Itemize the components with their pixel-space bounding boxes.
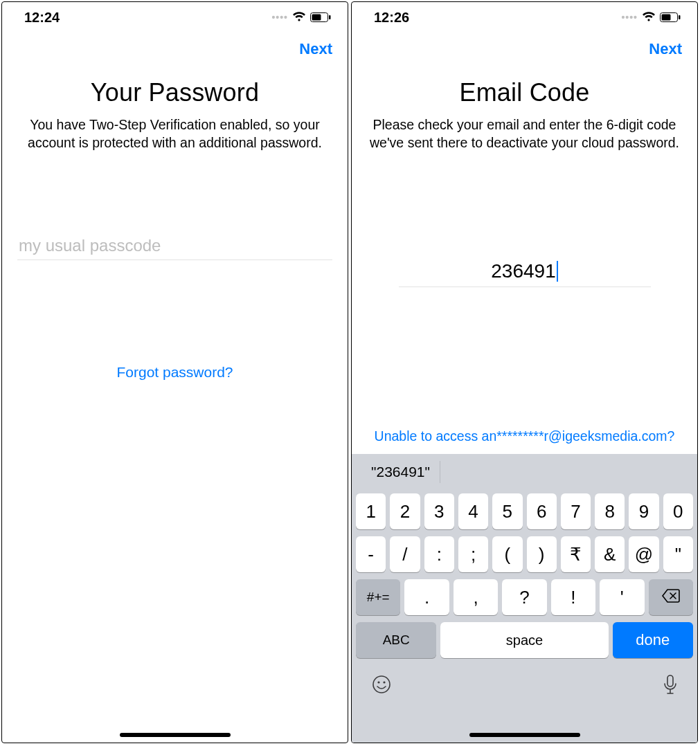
password-input-wrap bbox=[17, 232, 332, 260]
status-right: •••• bbox=[621, 10, 681, 26]
svg-rect-2 bbox=[329, 15, 331, 19]
key-rupee[interactable]: ₹ bbox=[561, 536, 591, 572]
status-time: 12:24 bbox=[24, 10, 60, 26]
phone-screen-email-code: 12:26 •••• Next Email Code Please check … bbox=[351, 1, 698, 743]
key-quote[interactable]: " bbox=[663, 536, 693, 572]
key-period[interactable]: . bbox=[404, 579, 449, 615]
emoji-icon[interactable] bbox=[371, 674, 392, 701]
suggestion-item[interactable]: "236491" bbox=[361, 461, 440, 483]
svg-point-8 bbox=[383, 681, 385, 683]
wifi-icon bbox=[642, 10, 656, 26]
next-button[interactable]: Next bbox=[649, 40, 682, 58]
key-9[interactable]: 9 bbox=[629, 493, 658, 529]
key-2[interactable]: 2 bbox=[390, 493, 420, 529]
svg-rect-1 bbox=[312, 14, 321, 20]
key-6[interactable]: 6 bbox=[527, 493, 557, 529]
key-question[interactable]: ? bbox=[502, 579, 546, 615]
svg-rect-9 bbox=[667, 675, 673, 686]
code-input-wrap[interactable]: 236491 bbox=[399, 256, 651, 287]
key-row-3: #+= . , ? ! ' bbox=[352, 576, 697, 619]
key-3[interactable]: 3 bbox=[424, 493, 454, 529]
key-row-1: 1 2 3 4 5 6 7 8 9 0 bbox=[352, 490, 697, 533]
page-description: You have Two-Step Verification enabled, … bbox=[17, 116, 332, 152]
svg-rect-4 bbox=[662, 14, 671, 20]
key-done[interactable]: done bbox=[613, 622, 693, 658]
svg-point-7 bbox=[377, 681, 379, 683]
key-at[interactable]: @ bbox=[629, 536, 658, 572]
key-dash[interactable]: - bbox=[356, 536, 386, 572]
forgot-password-link[interactable]: Forgot password? bbox=[116, 364, 233, 381]
key-row-2: - / : ; ( ) ₹ & @ " bbox=[352, 533, 697, 576]
nav-bar: Next bbox=[2, 33, 348, 66]
content-area: Your Password You have Two-Step Verifica… bbox=[2, 66, 348, 743]
page-title: Your Password bbox=[91, 78, 259, 107]
suggestion-bar: "236491" bbox=[352, 454, 697, 490]
svg-point-6 bbox=[373, 676, 390, 693]
code-value: 236491 bbox=[491, 260, 555, 282]
page-description: Please check your email and enter the 6-… bbox=[367, 116, 682, 152]
status-right: •••• bbox=[271, 10, 331, 26]
key-5[interactable]: 5 bbox=[492, 493, 522, 529]
next-button[interactable]: Next bbox=[299, 40, 332, 58]
key-slash[interactable]: / bbox=[390, 536, 420, 572]
key-semicolon[interactable]: ; bbox=[458, 536, 488, 572]
key-row-4: ABC space done bbox=[352, 619, 697, 662]
key-7[interactable]: 7 bbox=[561, 493, 591, 529]
home-indicator[interactable] bbox=[120, 733, 231, 737]
home-indicator[interactable] bbox=[469, 733, 580, 737]
key-symbols[interactable]: #+= bbox=[356, 579, 400, 615]
key-8[interactable]: 8 bbox=[595, 493, 625, 529]
key-amp[interactable]: & bbox=[595, 536, 625, 572]
battery-icon bbox=[310, 10, 331, 26]
key-1[interactable]: 1 bbox=[356, 493, 386, 529]
suggestion-empty bbox=[440, 461, 688, 483]
content-area: Email Code Please check your email and e… bbox=[352, 66, 697, 454]
key-4[interactable]: 4 bbox=[458, 493, 488, 529]
text-cursor bbox=[557, 261, 558, 282]
keyboard: "236491" 1 2 3 4 5 6 7 8 9 0 - / : ; ( )… bbox=[352, 454, 697, 743]
key-paren-open[interactable]: ( bbox=[492, 536, 522, 572]
key-space[interactable]: space bbox=[440, 622, 608, 658]
key-0[interactable]: 0 bbox=[663, 493, 693, 529]
svg-rect-5 bbox=[679, 15, 681, 19]
unable-access-link[interactable]: Unable to access an*********r@igeeksmedi… bbox=[373, 428, 676, 444]
status-bar: 12:26 •••• bbox=[352, 2, 697, 33]
keyboard-bottom-row bbox=[352, 662, 697, 701]
phone-screen-password: 12:24 •••• Next Your Password You have T… bbox=[1, 1, 348, 743]
status-time: 12:26 bbox=[374, 10, 409, 26]
key-colon[interactable]: : bbox=[424, 536, 454, 572]
key-comma[interactable]: , bbox=[454, 579, 498, 615]
wifi-icon bbox=[292, 10, 306, 26]
key-apostrophe[interactable]: ' bbox=[600, 579, 644, 615]
mic-icon[interactable] bbox=[663, 674, 678, 701]
key-backspace[interactable] bbox=[649, 579, 693, 615]
cellular-dots-icon: •••• bbox=[271, 12, 288, 23]
backspace-icon bbox=[661, 588, 681, 607]
code-input[interactable]: 236491 bbox=[491, 260, 557, 282]
nav-bar: Next bbox=[352, 33, 697, 66]
key-paren-close[interactable]: ) bbox=[527, 536, 557, 572]
page-title: Email Code bbox=[459, 78, 589, 107]
key-abc[interactable]: ABC bbox=[356, 622, 436, 658]
battery-icon bbox=[660, 10, 681, 26]
status-bar: 12:24 •••• bbox=[2, 2, 348, 33]
key-exclaim[interactable]: ! bbox=[551, 579, 595, 615]
password-input[interactable] bbox=[19, 236, 331, 255]
cellular-dots-icon: •••• bbox=[621, 12, 638, 23]
